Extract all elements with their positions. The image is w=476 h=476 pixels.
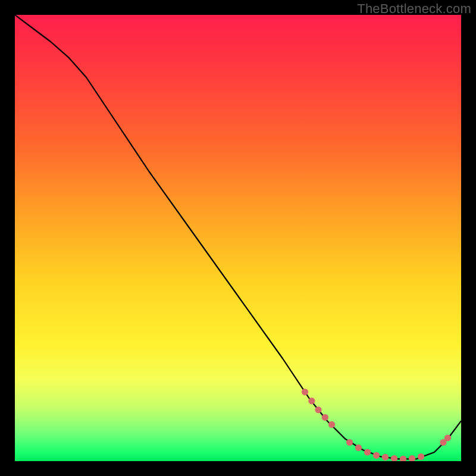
highlight-dot	[302, 389, 308, 395]
highlight-dot	[355, 444, 362, 451]
highlight-dot	[382, 454, 389, 461]
highlight-dots	[302, 389, 451, 461]
highlight-dot	[364, 449, 371, 455]
plot-area	[15, 15, 461, 461]
highlight-dot	[444, 434, 451, 441]
highlight-dot	[391, 455, 397, 461]
curve-line	[15, 15, 461, 459]
highlight-dot	[328, 421, 335, 428]
highlight-dot	[418, 453, 424, 460]
highlight-dot	[308, 397, 315, 404]
highlight-dot	[315, 406, 321, 413]
chart-overlay	[15, 15, 461, 461]
highlight-dot	[373, 452, 380, 459]
highlight-dot	[346, 439, 353, 446]
watermark-text: TheBottleneck.com	[357, 1, 471, 17]
highlight-dot	[409, 455, 415, 461]
highlight-dot	[400, 456, 406, 461]
chart-frame: TheBottleneck.com	[0, 0, 476, 476]
highlight-dot	[322, 414, 328, 421]
